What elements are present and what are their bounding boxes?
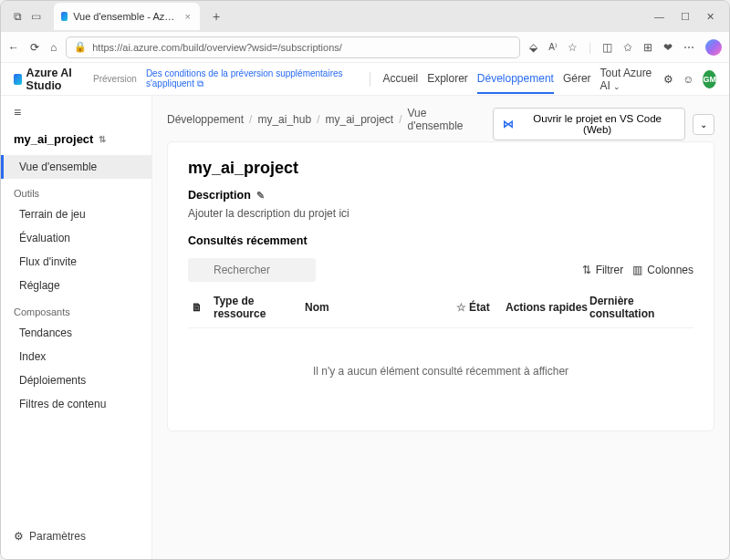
vscode-dropdown-button[interactable]: ⌄: [693, 114, 714, 135]
divider: [370, 72, 370, 87]
scope-selector[interactable]: Tout Azure AI ⌄: [600, 67, 655, 92]
empty-state: Il n'y a aucun élément consulté récemmen…: [188, 328, 694, 414]
nav-development[interactable]: Développement: [477, 72, 554, 94]
sidebar: ≡ my_ai_project ⇅ Vue d'ensemble Outils …: [1, 96, 152, 560]
favorites-bar-icon[interactable]: ✩: [623, 41, 632, 54]
sidebar-project-selector[interactable]: my_ai_project ⇅: [1, 127, 151, 155]
close-window-icon[interactable]: ✕: [706, 11, 714, 23]
sidebar-item-playground[interactable]: Terrain de jeu: [1, 202, 151, 226]
chevron-down-icon: ⌄: [613, 82, 620, 91]
refresh-icon[interactable]: ⟳: [30, 41, 39, 54]
breadcrumb: Développement/ my_ai_hub/ my_ai_project/…: [167, 107, 478, 132]
recent-label: Consultés récemment: [188, 234, 694, 247]
workspace-icon[interactable]: ⧉: [14, 10, 22, 23]
crumb-hub[interactable]: my_ai_hub: [257, 113, 311, 126]
description-label: Description ✎: [188, 189, 694, 202]
gear-icon: ⚙: [14, 530, 24, 543]
more-icon[interactable]: ⋯: [683, 41, 694, 54]
minimize-icon[interactable]: —: [654, 11, 664, 23]
brand-text: Azure AI Studio: [26, 67, 87, 92]
maximize-icon[interactable]: ☐: [681, 11, 690, 23]
preview-terms-link[interactable]: Des conditions de la préversion suppléme…: [146, 68, 357, 89]
overview-card: my_ai_project Description ✎ Ajouter la d…: [167, 141, 714, 431]
sidebar-item-promptflow[interactable]: Flux d'invite: [1, 250, 151, 274]
col-name[interactable]: Nom: [305, 301, 456, 314]
azure-logo-icon: [14, 74, 22, 85]
sidebar-item-overview[interactable]: Vue d'ensemble: [1, 155, 151, 179]
crumb-development[interactable]: Développement: [167, 113, 244, 126]
gear-icon[interactable]: ⚙: [663, 73, 673, 86]
open-vscode-button[interactable]: ⋈ Ouvrir le projet en VS Code (Web): [493, 108, 685, 140]
sidebar-section-components: Composants: [1, 297, 151, 321]
browser-tab[interactable]: Vue d'ensemble - Azure AI Studio ×: [54, 3, 200, 30]
collections-icon[interactable]: ▭: [31, 10, 41, 23]
sidebar-item-trends[interactable]: Tendances: [1, 321, 151, 345]
filter-icon: ⇅: [582, 264, 591, 276]
hamburger-icon[interactable]: ≡: [1, 105, 151, 127]
avatar[interactable]: GM: [703, 70, 716, 88]
sidebar-item-deployments[interactable]: Déploiements: [1, 368, 151, 392]
copilot-icon[interactable]: [705, 39, 722, 56]
crumb-overview: Vue d'ensemble: [408, 107, 479, 132]
col-quick-actions[interactable]: Actions rapides: [506, 301, 589, 314]
brand[interactable]: Azure AI Studio Préversion: [14, 67, 137, 92]
nav-manage[interactable]: Gérer: [563, 72, 591, 86]
nav-explore[interactable]: Explorer: [427, 72, 468, 86]
recent-toolbar: 🔍 ⇅ Filtrer ▥ Colonnes: [188, 258, 694, 282]
search-input[interactable]: [188, 258, 316, 282]
description-placeholder[interactable]: Ajouter la description du projet ici: [188, 207, 694, 220]
lock-icon: 🔒: [74, 41, 87, 53]
columns-icon: ▥: [632, 264, 642, 276]
sidebar-item-index[interactable]: Index: [1, 345, 151, 368]
split-icon[interactable]: ◫: [602, 41, 612, 54]
external-link-icon: ⧉: [197, 78, 203, 88]
main-content: Développement/ my_ai_hub/ my_ai_project/…: [152, 96, 729, 560]
sidebar-item-contentfilters[interactable]: Filtres de contenu: [1, 392, 151, 416]
extensions-icon[interactable]: ⊞: [643, 41, 652, 54]
project-title: my_ai_project: [188, 159, 694, 178]
crumb-project[interactable]: my_ai_project: [325, 113, 393, 126]
back-icon[interactable]: ←: [8, 41, 19, 54]
url-input[interactable]: 🔒 https://ai.azure.com/build/overview?ws…: [66, 36, 520, 58]
columns-button[interactable]: ▥ Colonnes: [632, 264, 694, 276]
browser-toolbar: ← ⟳ ⌂ 🔒 https://ai.azure.com/build/overv…: [1, 32, 729, 63]
preversion-badge: Préversion: [93, 74, 137, 84]
document-icon: 🗎: [192, 301, 203, 314]
tab-favicon: [61, 12, 68, 21]
sidebar-item-evaluation[interactable]: Évaluation: [1, 226, 151, 250]
feedback-icon[interactable]: ☺: [683, 73, 694, 86]
home-icon[interactable]: ⌂: [50, 41, 57, 54]
nav-home[interactable]: Accueil: [382, 72, 418, 86]
sort-icon: ⇅: [99, 134, 106, 144]
star-icon: ☆: [456, 301, 466, 314]
edit-icon[interactable]: ✎: [256, 190, 265, 202]
col-resource-type[interactable]: Type de ressource: [214, 295, 305, 320]
sidebar-settings[interactable]: ⚙ Paramètres: [1, 521, 151, 552]
new-tab-button[interactable]: +: [207, 7, 225, 26]
tab-title: Vue d'ensemble - Azure AI Studio: [73, 11, 179, 22]
browser-tab-bar: ⧉ ▭ Vue d'ensemble - Azure AI Studio × +…: [1, 1, 729, 32]
col-last-viewed[interactable]: Dernière consultation: [589, 295, 690, 320]
url-text: https://ai.azure.com/build/overview?wsid…: [92, 42, 342, 53]
sidebar-item-finetune[interactable]: Réglage: [1, 274, 151, 297]
top-nav: Accueil Explorer Développement Gérer: [382, 72, 590, 86]
sidebar-section-tools: Outils: [1, 179, 151, 202]
col-state[interactable]: État: [469, 301, 490, 314]
table-header: 🗎 Type de ressource Nom ☆État Actions ra…: [188, 287, 694, 328]
close-tab-icon[interactable]: ×: [185, 11, 191, 22]
shopping-icon[interactable]: ⬙: [529, 41, 537, 54]
vscode-icon: ⋈: [503, 118, 514, 130]
filter-button[interactable]: ⇅ Filtrer: [582, 264, 624, 276]
app-header: Azure AI Studio Préversion Des condition…: [1, 63, 729, 96]
read-aloud-icon[interactable]: A⁾: [548, 42, 557, 52]
collections2-icon[interactable]: ❤: [663, 41, 673, 54]
favorite-icon[interactable]: ☆: [568, 41, 578, 54]
